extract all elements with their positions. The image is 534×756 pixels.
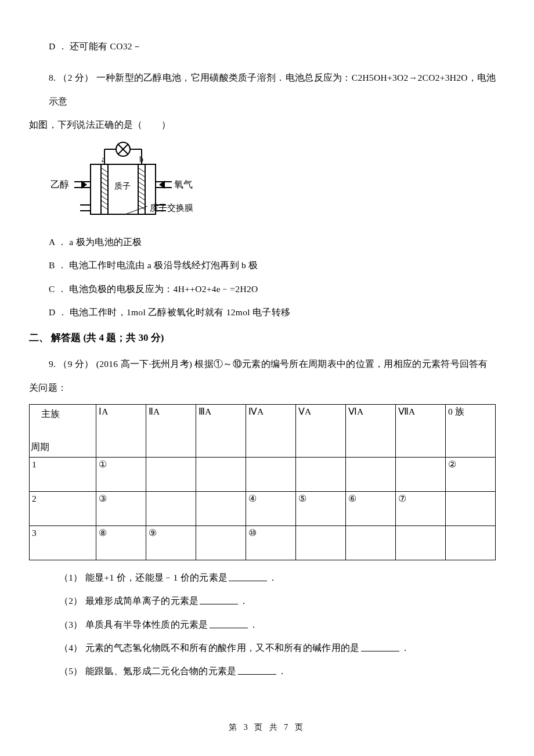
q9-sub2: （2） 最难形成简单离子的元素是． — [29, 589, 505, 613]
table-cell — [246, 457, 295, 491]
table-cell — [395, 457, 445, 491]
page-container: { "q7": { "option_d": "D ． 还可能有 CO32－" }… — [0, 0, 534, 756]
q8-stem-line1: 8. （2 分） 一种新型的乙醇电池，它用磺酸类质子溶剂．电池总反应为：C2H5… — [29, 66, 505, 113]
table-cell: ⑦ — [395, 491, 445, 525]
table-cell: ⑤ — [295, 491, 345, 525]
table-cell: ④ — [246, 491, 295, 525]
blank-fill[interactable] — [210, 628, 248, 628]
table-row: 1 ① ② — [30, 457, 496, 491]
period-dot: ． — [277, 666, 287, 676]
section-2-title: 二、 解答题 (共 4 题；共 30 分) — [29, 331, 505, 344]
period-dot: ． — [239, 596, 248, 606]
table-cell: ⑥ — [345, 491, 395, 525]
battery-diagram-svg: 质子 a b 乙醇 氧气 质子交换膜 — [48, 138, 210, 225]
q8-stem-line2: 如图，下列说法正确的是（ ） — [29, 113, 505, 136]
q9-sub5: （5） 能跟氩、氪形成二元化合物的元素是． — [29, 660, 505, 683]
q9-sub3: （3） 单质具有半导体性质的元素是． — [29, 613, 505, 636]
periodic-table: 主族 周期 ⅠA ⅡA ⅢA ⅣA ⅤA ⅥA ⅦA 0 族 1 ① ② 2 ③… — [29, 404, 496, 560]
table-cell: ② — [446, 457, 496, 491]
period-label: 1 — [30, 457, 96, 491]
table-cell: ⑩ — [246, 525, 295, 560]
table-cell: ⑨ — [146, 525, 196, 560]
q9-sub4: （4） 元素的气态氢化物既不和所有的酸作用，又不和所有的碱作用的是． — [29, 636, 505, 660]
group-header: ⅡA — [146, 404, 196, 457]
q8-option-a: A ． a 极为电池的正极 — [29, 231, 505, 254]
table-cell — [196, 457, 246, 491]
table-header-top: 主族 — [41, 407, 60, 422]
table-cell — [446, 525, 496, 560]
table-header-corner: 主族 周期 — [30, 404, 96, 457]
period-dot: ． — [249, 620, 258, 629]
table-cell — [196, 525, 246, 560]
table-cell — [146, 491, 196, 525]
table-cell — [196, 491, 246, 525]
q9-sub3-text: （3） 单质具有半导体性质的元素是 — [59, 620, 208, 629]
period-dot: ． — [400, 643, 410, 653]
table-cell: ③ — [96, 491, 146, 525]
q9-sub4-text: （4） 元素的气态氢化物既不和所有的酸作用，又不和所有的碱作用的是 — [59, 643, 360, 653]
period-label: 3 — [30, 525, 96, 560]
group-header: 0 族 — [446, 404, 496, 457]
group-header: ⅠA — [96, 404, 146, 457]
table-row: 主族 周期 ⅠA ⅡA ⅢA ⅣA ⅤA ⅥA ⅦA 0 族 — [30, 404, 496, 457]
group-header: ⅥA — [345, 404, 395, 457]
group-header: ⅢA — [196, 404, 246, 457]
table-cell: ⑧ — [96, 525, 146, 560]
q8-option-d: D ． 电池工作时，1mol 乙醇被氧化时就有 12mol 电子转移 — [29, 301, 505, 324]
q8-option-c: C ． 电池负极的电极反应为：4H++O2+4e﹣=2H2O — [29, 278, 505, 301]
q9-sub1-text: （1） 能显+1 价，还能显﹣1 价的元素是 — [59, 573, 228, 582]
q9-stem-line1: 9. （9 分） (2016 高一下·抚州月考) 根据①～⑩元素的编号所在周期表… — [29, 352, 505, 376]
table-cell — [146, 457, 196, 491]
q9-stem-line2: 关问题： — [29, 376, 505, 399]
table-row: 2 ③ ④ ⑤ ⑥ ⑦ — [30, 491, 496, 525]
q7-option-d: D ． 还可能有 CO32－ — [29, 35, 505, 58]
table-cell — [345, 457, 395, 491]
diagram-label-ethanol: 乙醇 — [50, 179, 69, 189]
period-dot: ． — [268, 573, 277, 582]
group-header: ⅦA — [395, 404, 445, 457]
q9-sub2-text: （2） 最难形成简单离子的元素是 — [59, 596, 199, 606]
group-header: ⅤA — [295, 404, 345, 457]
period-label: 2 — [30, 491, 96, 525]
battery-diagram: 质子 a b 乙醇 氧气 质子交换膜 — [29, 138, 505, 227]
group-header: ⅣA — [246, 404, 295, 457]
diagram-terminal-b: b — [139, 155, 143, 164]
table-cell — [295, 457, 345, 491]
diagram-label-oxygen: 氧气 — [174, 179, 193, 189]
blank-fill[interactable] — [238, 674, 276, 675]
table-header-bottom: 周期 — [31, 440, 49, 455]
blank-fill[interactable] — [361, 651, 399, 651]
blank-fill[interactable] — [229, 581, 267, 581]
table-cell — [395, 525, 445, 560]
table-cell: ① — [96, 457, 146, 491]
table-row: 3 ⑧ ⑨ ⑩ — [30, 525, 496, 560]
diagram-label-membrane: 质子交换膜 — [150, 203, 193, 213]
q9-sub1: （1） 能显+1 价，还能显﹣1 价的元素是． — [29, 566, 505, 589]
table-cell — [446, 491, 496, 525]
table-cell — [345, 525, 395, 560]
diagram-label-proton: 质子 — [114, 182, 131, 190]
page-footer: 第 3 页 共 7 页 — [0, 722, 534, 733]
q9-sub5-text: （5） 能跟氩、氪形成二元化合物的元素是 — [59, 666, 237, 676]
blank-fill[interactable] — [200, 604, 238, 604]
q8-option-b: B ． 电池工作时电流由 a 极沿导线经灯泡再到 b 极 — [29, 254, 505, 277]
diagram-terminal-a: a — [102, 155, 106, 164]
table-cell — [295, 525, 345, 560]
